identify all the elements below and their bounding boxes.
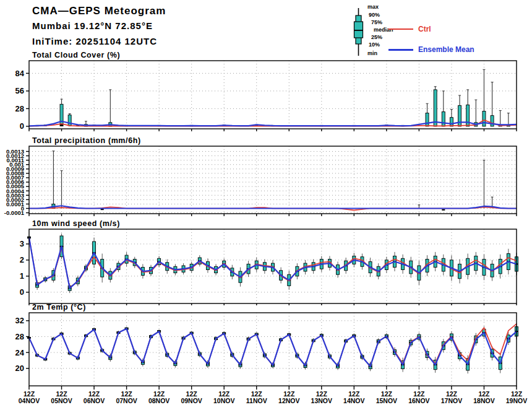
location-subtitle: Mumbai 19.12°N 72.85°E (32, 20, 153, 31)
svg-text:07NOV: 07NOV (116, 397, 137, 404)
svg-text:Total Cloud Cover (%): Total Cloud Cover (%) (32, 51, 120, 59)
legend-max-label: max (367, 4, 379, 10)
svg-text:1: 1 (20, 271, 24, 281)
svg-text:24: 24 (15, 348, 25, 357)
svg-text:08NOV: 08NOV (148, 397, 169, 404)
svg-text:19NOV: 19NOV (506, 397, 527, 404)
meteogram-page: CMA—GEPS Meteogram Mumbai 19.12°N 72.85°… (0, 0, 532, 410)
svg-text:09NOV: 09NOV (181, 397, 202, 404)
svg-text:06NOV: 06NOV (84, 397, 105, 404)
svg-text:28: 28 (15, 332, 24, 341)
legend-25-label: 25% (371, 35, 382, 40)
svg-text:11NOV: 11NOV (246, 397, 267, 404)
svg-text:17NOV: 17NOV (441, 397, 462, 404)
svg-text:16NOV: 16NOV (408, 397, 429, 404)
svg-text:84: 84 (15, 69, 25, 78)
legend-90-label: 90% (369, 12, 380, 18)
svg-text:13NOV: 13NOV (311, 397, 332, 404)
svg-text:05NOV: 05NOV (51, 397, 72, 404)
svg-text:2m Temp (°C): 2m Temp (°C) (32, 303, 86, 312)
temperature-panel: 2m Temp (°C)2024283212Z04NOV12Z05NOV12Z0… (0, 302, 532, 407)
ctrl-legend-label: Ctrl (418, 25, 431, 33)
svg-text:28: 28 (15, 104, 24, 113)
svg-text:0: 0 (20, 287, 24, 297)
svg-text:56: 56 (15, 86, 24, 95)
legend-75-label: 75% (371, 20, 382, 25)
svg-text:0.0013: 0.0013 (6, 148, 24, 155)
svg-text:15NOV: 15NOV (376, 397, 397, 404)
svg-text:04NOV: 04NOV (19, 397, 40, 404)
cloud-cover-panel: Total Cloud Cover (%)0285684 (0, 50, 532, 131)
svg-text:18NOV: 18NOV (473, 397, 494, 404)
legend-10-label: 10% (369, 42, 380, 48)
svg-text:12NOV: 12NOV (278, 397, 299, 404)
precipitation-panel: Total precipitation (mm/6h)-0.000100.000… (0, 135, 532, 216)
svg-text:32: 32 (15, 316, 24, 325)
svg-text:2: 2 (20, 255, 24, 264)
svg-text:14NOV: 14NOV (343, 397, 364, 404)
page-title: CMA—GEPS Meteogram (32, 5, 166, 17)
initime-subtitle: IniTime: 20251104 12UTC (32, 36, 157, 46)
svg-text:10m wind speed (m/s): 10m wind speed (m/s) (32, 219, 120, 228)
svg-text:10NOV: 10NOV (213, 397, 234, 404)
svg-text:20: 20 (15, 364, 24, 373)
svg-text:0: 0 (20, 121, 24, 131)
svg-text:3: 3 (20, 239, 24, 248)
svg-text:Total precipitation (mm/6h): Total precipitation (mm/6h) (32, 136, 141, 145)
ctrl-line-sample (388, 28, 413, 30)
wind-speed-panel: 10m wind speed (m/s)0123 (0, 218, 532, 305)
